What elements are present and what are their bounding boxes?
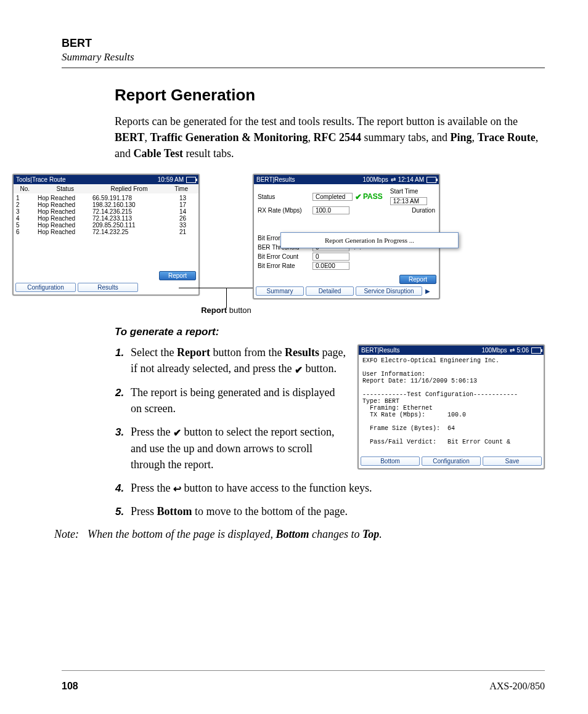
- clock: 12:14 AM: [398, 176, 424, 183]
- battery-icon: [427, 177, 436, 183]
- battery-icon: [186, 177, 196, 183]
- tab-detailed[interactable]: Detailed: [306, 286, 354, 296]
- bit-error-count-label: Bit Error Count: [258, 253, 310, 260]
- back-arrow-icon: ↩: [173, 482, 181, 496]
- report-generation-popup: Report Generation In Progress ...: [280, 232, 459, 248]
- link-icon: ⇄: [391, 176, 396, 183]
- header-title: BERT: [62, 37, 545, 50]
- window-title: BERT|Results: [256, 176, 295, 183]
- intro-paragraph: Reports can be generated for the test an…: [115, 113, 545, 161]
- rx-rate-label: RX Rate (Mbps): [258, 207, 310, 214]
- status-value: Completed: [312, 193, 353, 201]
- tab-scroll-right-icon[interactable]: ▶: [424, 288, 431, 294]
- clock: 10:59 AM: [158, 176, 184, 183]
- report-button[interactable]: Report: [159, 271, 196, 280]
- link-rate: 100Mbps: [481, 347, 507, 354]
- step-1: Select the Report button from the Result…: [127, 344, 348, 377]
- start-time-label: Start Time: [390, 188, 427, 195]
- window-title: BERT|Results: [361, 347, 399, 354]
- note: Note: When the bottom of the page is dis…: [54, 528, 545, 541]
- model-number: AXS-200/850: [489, 681, 545, 692]
- check-icon: ✔: [173, 426, 181, 440]
- rx-rate-value: 100.0: [312, 206, 349, 214]
- link-icon: ⇄: [510, 347, 515, 354]
- bit-error-rate-label: Bit Error Rate: [258, 262, 310, 269]
- duration-label: Duration: [412, 207, 435, 214]
- report-button-callout: Report button: [205, 174, 248, 315]
- tab-service-disruption[interactable]: Service Disruption: [356, 286, 422, 296]
- check-icon: ✔: [355, 192, 362, 201]
- screenshot-trace-route: Tools|Trace Route 10:59 AM No. Status Re…: [12, 174, 200, 296]
- page-number: 108: [62, 681, 78, 692]
- link-rate: 100Mbps: [363, 176, 388, 183]
- step-5: Press Bottom to move to the bottom of th…: [127, 503, 545, 519]
- step-3: Press the ✔ button to select the report …: [127, 424, 348, 473]
- screenshot-bert-report: BERT|Results 100Mbps ⇄ 5:06 EXFO Electro…: [357, 344, 545, 469]
- tab-bottom[interactable]: Bottom: [361, 456, 420, 466]
- clock: 5:06: [517, 347, 529, 354]
- header-rule: [62, 67, 545, 68]
- tab-save[interactable]: Save: [483, 456, 542, 466]
- trace-table-body: 1Hop Reached66.59.191.17813 2Hop Reached…: [14, 193, 198, 270]
- report-button[interactable]: Report: [399, 275, 436, 284]
- pass-badge: ✔PASS: [355, 192, 383, 201]
- tab-results[interactable]: Results: [78, 283, 138, 292]
- step-2: The report is being generated and is dis…: [127, 384, 348, 416]
- page-heading: Report Generation: [115, 86, 545, 105]
- check-icon: ✔: [295, 363, 303, 377]
- bit-error-count-value: 0: [312, 253, 349, 261]
- tab-summary[interactable]: Summary: [256, 286, 304, 296]
- start-time-value: 12:13 AM: [390, 197, 427, 205]
- subheading: To generate a report:: [115, 326, 545, 338]
- bit-error-rate-value: 0.0E00: [312, 262, 349, 270]
- report-text: EXFO Electro-Optical Engineering Inc. Us…: [359, 355, 544, 455]
- footer-rule: [62, 670, 545, 671]
- battery-icon: [531, 347, 541, 354]
- tab-configuration[interactable]: Configuration: [422, 456, 481, 466]
- step-4: Press the ↩ button to have access to the…: [127, 480, 545, 496]
- status-label: Status: [258, 193, 310, 200]
- tab-configuration[interactable]: Configuration: [15, 283, 76, 292]
- header-subtitle: Summary Results: [62, 51, 545, 63]
- window-title: Tools|Trace Route: [16, 176, 66, 183]
- trace-table-header: No. Status Replied From Time: [14, 184, 198, 193]
